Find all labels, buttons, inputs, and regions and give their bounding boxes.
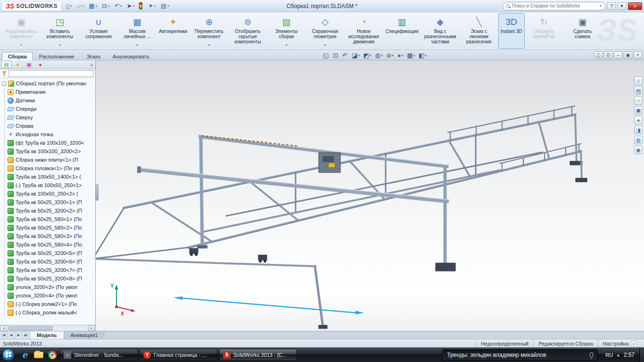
tab-nav-button[interactable]: |◀ [0, 331, 8, 339]
command-tab[interactable]: Расположение [33, 52, 81, 60]
help-button[interactable]: ? [607, 2, 616, 10]
tray-expand-icon[interactable]: ▴ [617, 353, 619, 357]
tree-item[interactable]: (-) Труба кв 100x50_250<1> [5, 181, 95, 189]
tree-item[interactable]: (-) Сборка ролик2<1> (По [5, 300, 95, 308]
view-tool-button[interactable]: ⊡ [333, 52, 339, 58]
search-dropdown-icon[interactable]: ▾ [600, 4, 602, 8]
ribbon-button[interactable]: ↻ Обновить SpeedPak [525, 13, 563, 49]
view-tool-button[interactable]: ↶ [342, 52, 348, 58]
doc-window-button[interactable]: ▣ [624, 51, 632, 58]
tab-nav-button[interactable]: ◀ [8, 331, 15, 339]
ribbon-button[interactable]: ╲ Эскиз с линиями разнесения [460, 13, 498, 49]
tree-item[interactable]: Датчики [5, 96, 95, 105]
language-indicator[interactable]: RU [605, 352, 613, 358]
tree-item[interactable]: уголок_3200<3> (По умол [5, 283, 95, 291]
tree-item[interactable]: Исходная точка [5, 130, 95, 139]
help-dropdown-button[interactable]: ▾ [618, 2, 626, 10]
tree-item[interactable]: Примечания [5, 88, 95, 96]
tree-item[interactable]: (-) Сборка_ролик малый< [5, 308, 95, 317]
solidworks-logo[interactable]: ЗS SOLIDWORKS [2, 1, 61, 11]
tree-item[interactable]: Труба кв 50x25_580<4> (По [5, 240, 95, 249]
toolbar-icon-button[interactable]: ▦ ▾ [87, 1, 99, 10]
bed-frame[interactable] [93, 106, 587, 329]
tree-item[interactable]: Труба кв 50x25_3200<5> (П [5, 249, 95, 257]
ribbon-button[interactable]: ∪ Условия сопряжения [79, 13, 118, 49]
help-search-input[interactable] [512, 3, 598, 8]
tree-item[interactable]: Труба кв 50x25_3200<1> (П [5, 198, 95, 206]
model-tab[interactable]: Модель [30, 331, 64, 339]
view-tool-button[interactable]: ◩ ▾ [363, 52, 372, 58]
pane-chevron-icon[interactable]: » [90, 62, 94, 67]
tree-item[interactable]: Труба кв 50x25_580<2> (По [5, 223, 95, 232]
task-pane-tab[interactable]: ▥ [634, 136, 643, 144]
manager-tab[interactable]: ● [35, 61, 45, 68]
ribbon-button[interactable]: ▣ Сделать снимок [563, 13, 602, 49]
doc-window-button[interactable]: × [634, 51, 642, 58]
clock[interactable]: 2:57 [624, 352, 635, 358]
ribbon-button[interactable]: ◔ Новое исследование движения [344, 13, 383, 49]
toolbar-icon-button[interactable]: ▤ ▾ [159, 1, 171, 10]
manager-tab[interactable]: ✦ [13, 61, 23, 68]
view-tool-button[interactable]: ◱ [323, 52, 329, 58]
tab-nav-button[interactable]: ▶ [15, 331, 23, 339]
view-tool-button[interactable]: ● ▾ [397, 52, 403, 58]
toolbar-icon-button[interactable] [137, 1, 145, 10]
tree-filter-input[interactable] [8, 70, 93, 77]
tree-item[interactable]: Сверху [5, 113, 95, 122]
tab-nav-button[interactable]: ▶| [23, 331, 30, 339]
tree-item[interactable]: Труба кв 50x25_3200<6> (П [5, 257, 95, 266]
doc-window-button[interactable]: ◫ [594, 51, 603, 58]
command-tab[interactable]: Эскиз [80, 52, 106, 60]
view-tool-button[interactable]: ⊚ ▾ [386, 52, 393, 58]
tree-item[interactable]: Труба кв 50x25_3200<2> (П [5, 206, 95, 215]
status-configuration[interactable]: Настройка ▴ [598, 339, 641, 347]
explorer-folder-icon[interactable] [33, 349, 44, 361]
ribbon-button[interactable]: ◳ Вставить компоненты ▾ [41, 13, 79, 49]
ribbon-button[interactable]: ◇ Справочная геометрия ▾ [305, 13, 344, 49]
doc-window-button[interactable]: – [614, 51, 622, 58]
toolbar-icon-button[interactable]: ▱ ▾ [75, 1, 86, 10]
tree-item[interactable]: Сборка головка<1> (По ум [5, 164, 95, 173]
ribbon-button[interactable]: ▦ Массив линейных ... ▾ [118, 13, 157, 49]
ribbon-button[interactable]: ⊕ Переместить компонент ▾ [190, 13, 228, 49]
task-pane-tab[interactable]: ▣ [634, 106, 643, 115]
task-pane-tab[interactable]: ⌂ [634, 76, 643, 85]
tree-item[interactable]: Труба кв 50x25_3200<7> (П [5, 266, 95, 274]
ribbon-button[interactable]: ▤ Элементы сборки ▾ [267, 13, 305, 49]
start-button[interactable] [0, 347, 17, 362]
command-tab[interactable]: Анализировать [107, 52, 156, 60]
doc-window-button[interactable]: ⊟ [604, 51, 612, 58]
tree-item[interactable]: Труба кв 50x25_580<3> (По [5, 232, 95, 240]
scrollbar-track[interactable] [8, 326, 88, 331]
microphone-icon[interactable] [590, 352, 593, 357]
tree-item[interactable]: Спереди [5, 105, 95, 113]
tree-item[interactable]: Труба кв 100x50_1400<1> ( [5, 173, 95, 181]
task-pane-tab[interactable]: ◉ [634, 146, 643, 154]
tree-item[interactable]: (ф) Труба кв 100x100_3200< [5, 139, 95, 147]
ribbon-button[interactable]: ▣ Редактировать компонент ▾ [2, 13, 41, 49]
task-pane-tab[interactable]: ● [634, 116, 643, 124]
tree-root-item[interactable]: – Сборка1 портал (По умолчан [0, 79, 95, 88]
view-tool-button[interactable]: ◧ ▾ [419, 52, 427, 58]
scroll-right-icon[interactable]: ▸ [88, 326, 95, 331]
chrome-icon[interactable] [46, 349, 58, 361]
taskbar-app-button[interactable]: ♪ Stereoliner - Sunda... [60, 349, 138, 361]
head-assembly[interactable] [319, 153, 340, 173]
tree-item[interactable]: Труба кв 100x50_250<2> ( [5, 189, 95, 198]
manager-tab[interactable]: ▣ [24, 61, 34, 68]
view-tool-button[interactable]: ◍ ▾ [375, 52, 383, 58]
toolbar-icon-button[interactable]: ➤ ▾ [125, 1, 136, 10]
scrollbar-thumb[interactable] [8, 326, 53, 330]
tree-item[interactable]: Труба кв 50x25_580<1> (По [5, 215, 95, 223]
model-tab[interactable]: Анимация1 [64, 331, 105, 339]
task-pane-tab[interactable]: ◨ [634, 126, 643, 134]
tree-horizontal-scrollbar[interactable]: ◂ ▸ [0, 325, 95, 331]
show-desktop-button[interactable] [639, 347, 644, 362]
command-tab[interactable]: Сборка [2, 52, 33, 60]
configuration-arrow-icon[interactable]: ▴ [631, 341, 636, 346]
ribbon-button[interactable]: ✦ Автокрепежи [157, 13, 190, 49]
tree-item[interactable]: Труба кв 100x100_3200<2> [5, 147, 95, 156]
view-tool-button[interactable]: ▦ ▾ [407, 52, 415, 58]
ribbon-button[interactable]: 3D Instant 3D [498, 13, 525, 49]
move-direction-arrow[interactable] [173, 296, 364, 314]
